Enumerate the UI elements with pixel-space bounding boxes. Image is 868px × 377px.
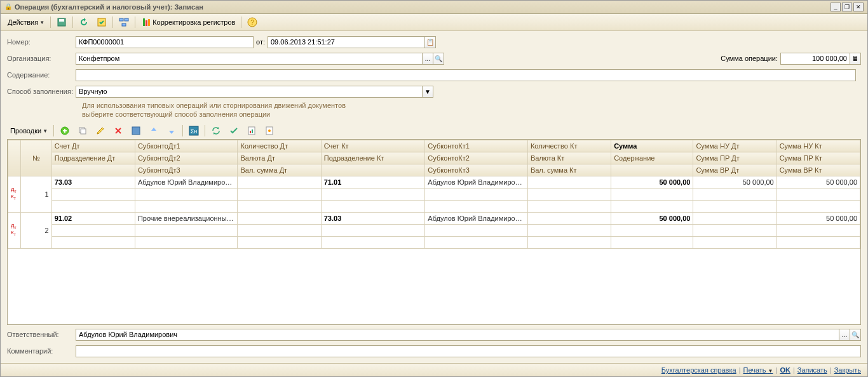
reload-icon[interactable] xyxy=(208,124,224,138)
svg-rect-1 xyxy=(59,19,64,22)
sum-input[interactable] xyxy=(780,53,850,65)
edit-row-icon[interactable] xyxy=(92,124,109,138)
report-icon[interactable] xyxy=(243,124,260,138)
header-row-3: СубконтоДт3 Вал. сумма Дт СубконтоКт3 Ва… xyxy=(8,164,860,176)
resp-input[interactable] xyxy=(76,329,839,341)
move-up-icon[interactable] xyxy=(146,124,162,138)
org-input[interactable] xyxy=(76,53,423,65)
header-row-2: Подразделение Дт СубконтоДт2 Валюта Дт П… xyxy=(8,152,860,164)
actions-menu[interactable]: Действия▼ xyxy=(4,17,48,28)
content-label: Содержание: xyxy=(7,71,76,79)
svg-rect-5 xyxy=(122,23,126,26)
dtkt-icon: ДтКт xyxy=(11,223,18,237)
resp-select-button[interactable]: ... xyxy=(839,329,850,341)
table-row[interactable] xyxy=(8,225,860,237)
refresh-icon[interactable] xyxy=(76,15,92,29)
settings-icon[interactable] xyxy=(261,124,278,138)
hint-line-2: выберите соответствующий способ заполнен… xyxy=(82,110,861,119)
calculator-icon[interactable]: 🖩 xyxy=(850,53,861,65)
svg-rect-6 xyxy=(143,18,145,26)
dtkt-icon: ДтКт xyxy=(11,187,18,201)
date-input[interactable] xyxy=(268,36,425,48)
footer-bar: Бухгалтерская справка | Печать ▼ | OK | … xyxy=(1,363,867,376)
ok-button[interactable]: OK xyxy=(780,366,790,374)
accounting-ref-link[interactable]: Бухгалтерская справка xyxy=(661,366,736,374)
method-label: Способ заполнения: xyxy=(7,88,76,95)
add-row-icon[interactable] xyxy=(57,124,73,138)
grid-toolbar: Проводки▼ Σн xyxy=(1,122,867,139)
number-label: Номер: xyxy=(7,38,76,46)
resp-search-icon[interactable]: 🔍 xyxy=(850,329,861,341)
copy-row-icon[interactable] xyxy=(74,124,91,138)
calendar-icon[interactable]: 📋 xyxy=(424,36,436,48)
check-icon[interactable] xyxy=(226,124,242,138)
table-row[interactable]: ДтКт 2 91.02Прочие внереализационные... … xyxy=(8,213,860,225)
svg-point-21 xyxy=(268,129,271,132)
content-input[interactable] xyxy=(76,69,856,81)
svg-text:Σн: Σн xyxy=(191,128,198,135)
org-search-icon[interactable]: 🔍 xyxy=(433,53,444,65)
method-dropdown-icon[interactable]: ▼ xyxy=(422,86,433,98)
svg-text:?: ? xyxy=(251,19,255,26)
close-window-button[interactable]: ✕ xyxy=(853,3,864,11)
main-toolbar: Действия▼ Корректировка регистров ? xyxy=(1,14,867,31)
table-row[interactable] xyxy=(8,189,860,201)
entries-menu[interactable]: Проводки▼ xyxy=(7,125,51,136)
org-label: Организация: xyxy=(7,55,76,62)
comment-label: Комментарий: xyxy=(7,347,76,355)
table-row[interactable] xyxy=(8,237,860,249)
maximize-button[interactable]: ❐ xyxy=(842,3,852,11)
move-down-icon[interactable] xyxy=(163,124,180,138)
svg-rect-7 xyxy=(146,20,147,26)
svg-rect-13 xyxy=(81,129,86,134)
from-label: от: xyxy=(256,38,265,46)
table-row[interactable]: ДтКт 1 73.03Абдулов Юрий Владимирович 71… xyxy=(8,176,860,189)
print-link[interactable]: Печать ▼ xyxy=(743,366,773,374)
entries-grid[interactable]: № Счет Дт СубконтоДт1 Количество Дт Счет… xyxy=(7,139,861,325)
sum-label: Сумма операции: xyxy=(721,55,778,62)
method-select[interactable] xyxy=(76,86,423,98)
delete-row-icon[interactable] xyxy=(110,124,126,138)
help-icon[interactable]: ? xyxy=(244,15,261,29)
close-button[interactable]: Закрыть xyxy=(834,366,861,374)
save-button[interactable]: Записать xyxy=(797,366,827,374)
window-title: Операция (бухгалтерский и налоговый учет… xyxy=(15,3,831,11)
comment-input[interactable] xyxy=(76,345,861,357)
structure-icon[interactable] xyxy=(116,15,132,29)
resp-label: Ответственный: xyxy=(7,331,76,338)
title-bar: 🔒 Операция (бухгалтерский и налоговый уч… xyxy=(1,1,867,14)
header-row-1: № Счет Дт СубконтоДт1 Количество Дт Счет… xyxy=(8,140,860,152)
sum-icon[interactable]: Σн xyxy=(186,124,202,138)
svg-rect-18 xyxy=(250,131,251,133)
svg-rect-14 xyxy=(132,127,140,135)
svg-rect-3 xyxy=(119,18,123,21)
minimize-button[interactable]: _ xyxy=(831,3,841,11)
svg-rect-19 xyxy=(252,129,253,133)
hint-line-1: Для использования типовых операций или с… xyxy=(82,101,861,110)
post-icon[interactable] xyxy=(93,15,110,29)
table-row[interactable] xyxy=(8,201,860,213)
number-input[interactable] xyxy=(76,36,254,48)
lock-icon: 🔒 xyxy=(4,3,12,11)
save-rows-icon[interactable] xyxy=(128,124,144,138)
registers-button[interactable]: Корректировка регистров xyxy=(138,15,238,29)
svg-rect-8 xyxy=(148,19,150,26)
svg-rect-4 xyxy=(125,18,128,21)
save-and-close-icon[interactable] xyxy=(53,15,70,29)
org-select-button[interactable]: ... xyxy=(422,53,433,65)
